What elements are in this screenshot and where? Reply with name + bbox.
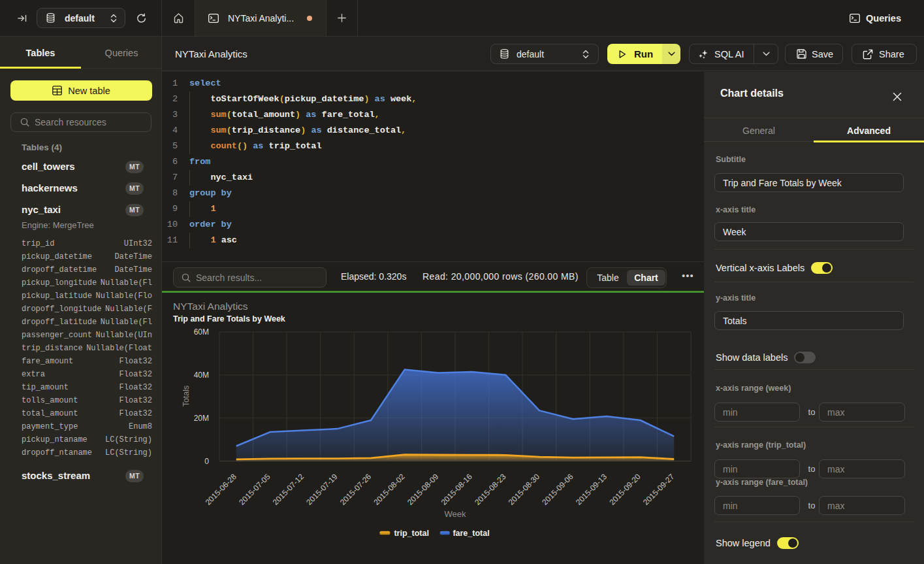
svg-text:2015-07-12: 2015-07-12 xyxy=(271,472,306,507)
svg-text:2015-08-09: 2015-08-09 xyxy=(406,472,441,507)
svg-text:0: 0 xyxy=(204,457,209,466)
svg-text:2015-08-02: 2015-08-02 xyxy=(372,472,407,507)
svg-text:2015-09-20: 2015-09-20 xyxy=(607,472,643,507)
svg-text:40M: 40M xyxy=(194,371,209,380)
svg-text:20M: 20M xyxy=(194,414,209,423)
svg-text:NYTaxi Analytics: NYTaxi Analytics xyxy=(173,301,248,312)
svg-text:Week: Week xyxy=(445,509,466,519)
svg-text:fare_total: fare_total xyxy=(453,529,489,538)
svg-text:Totals: Totals xyxy=(182,386,191,407)
svg-text:2015-09-13: 2015-09-13 xyxy=(574,472,609,507)
svg-text:2015-07-26: 2015-07-26 xyxy=(338,472,374,507)
svg-text:2015-09-27: 2015-09-27 xyxy=(641,472,677,507)
svg-text:60M: 60M xyxy=(194,327,209,337)
svg-text:2015-07-05: 2015-07-05 xyxy=(237,472,272,507)
svg-text:Trip and Fare Totals by Week: Trip and Fare Totals by Week xyxy=(173,314,285,323)
svg-text:2015-08-16: 2015-08-16 xyxy=(439,472,475,507)
svg-text:2015-08-30: 2015-08-30 xyxy=(507,472,542,507)
svg-text:2015-08-23: 2015-08-23 xyxy=(473,472,508,507)
svg-text:trip_total: trip_total xyxy=(394,529,428,538)
svg-text:2015-07-19: 2015-07-19 xyxy=(304,472,340,507)
svg-text:2015-06-28: 2015-06-28 xyxy=(204,472,239,507)
svg-text:2015-09-06: 2015-09-06 xyxy=(540,472,575,507)
